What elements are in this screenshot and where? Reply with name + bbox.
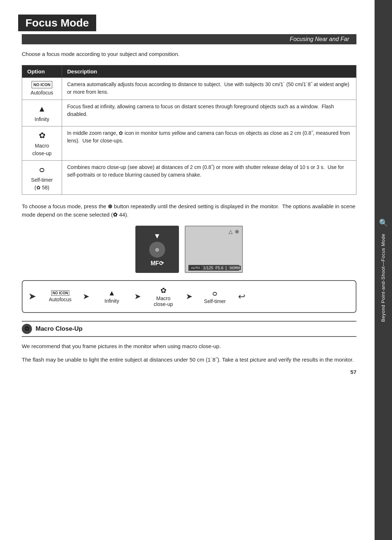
main-content: Focus Mode Focusing Near and Far Choose … [0,0,375,540]
page-title: Focus Mode [25,17,89,29]
camera-screen: △ ⊕ AUTO 1/125 F5.6 [ NORM 5] [185,226,243,273]
macro-text-1: We recommend that you frame pictures in … [22,342,356,350]
option-name-autofocus: Autofocus [27,89,57,97]
flow-loop-arrow: ↩ [238,291,245,302]
flow-item-selftimer-label: Self-timer [204,298,226,304]
flower-icon: ✿ [27,129,57,141]
flow-flower-icon: ✿ [160,286,167,295]
intro-text: Choose a focus mode according to your su… [22,50,356,59]
screen-spacer [188,234,239,265]
flow-item-autofocus-label: Autofocus [49,297,72,302]
macro-section-icon: ✿ [22,324,32,334]
description-cell-selftimer: Combines macro close-up (see above) at d… [62,161,356,195]
number-indicator: 5] [243,266,246,270]
flow-start-arrow: ➤ [28,291,36,302]
description-cell-infinity: Focus fixed at infinity, allowing camera… [62,100,356,126]
option-cell-infinity: ▲ Infinity [22,100,62,126]
table-header-description: Description [62,65,356,77]
mf-label: MF⟳ [151,260,164,267]
flow-diagram: ➤ NO ICON Autofocus ➤ ▲ Infinity ➤ ✿ Mac… [22,280,356,313]
table-header-option: Option [22,65,62,77]
diagram-section: ▼ ⊛ MF⟳ △ ⊕ AUTO 1/125 F5 [22,226,356,273]
macro-close-up-header: ✿ Macro Close-Up [22,321,356,337]
flow-item-macro-label: Macroclose-up [154,295,173,307]
flow-no-icon-label: NO ICON [51,290,70,296]
shutter-value: 1/125 [203,266,213,270]
table-row: ᴑ Self-timer(✿ 58) Combines macro close-… [22,161,356,195]
flow-item-infinity-label: Infinity [105,298,119,304]
macro-text-2: The flash may be unable to light the ent… [22,355,356,364]
title-bar: Focus Mode [18,15,96,31]
screen-triangle-icon: △ [229,229,233,234]
option-name-selftimer: Self-timer(✿ 58) [27,176,57,192]
table-row: ✿ Macroclose-up In middle zoom range, ✿ … [22,126,356,161]
selftimer-icon: ᴑ [27,164,57,176]
option-name-infinity: Infinity [27,116,57,123]
flow-item-selftimer: ᴑ Self-timer [193,289,237,304]
right-sidebar-tab: 🔍 Beyond Point-and-Shoot—Focus Mode [375,0,392,540]
right-tab-search-icon: 🔍 [379,218,388,227]
page-container: Focus Mode Focusing Near and Far Choose … [0,0,392,540]
flow-arrow-3: ➤ [186,292,192,301]
table-row: ▲ Infinity Focus fixed at infinity, allo… [22,100,356,126]
bracket-indicator: [ [225,266,226,270]
camera-diagram: ▼ ⊛ MF⟳ △ ⊕ AUTO 1/125 F5 [135,226,243,273]
screen-top-icons: △ ⊕ [188,229,239,234]
option-cell-autofocus: NO ICON Autofocus [22,77,62,100]
mountain-icon: ▲ [27,103,57,115]
screen-bottom-bar: AUTO 1/125 F5.6 [ NORM 5] [188,265,239,271]
macro-section-title: Macro Close-Up [36,325,82,333]
no-icon-label: NO ICON [32,81,52,89]
right-tab-text: Beyond Point-and-Shoot—Focus Mode [380,234,387,322]
flow-selftimer-icon: ᴑ [212,289,217,298]
macro-flower-icon: ✿ [24,325,29,333]
subtitle-bar: Focusing Near and Far [22,34,356,44]
focus-table: Option Description NO ICON Autofocus Cam… [22,65,356,195]
flow-arrow-1: ➤ [83,292,89,301]
camera-back-panel: ▼ ⊛ MF⟳ [135,226,179,273]
body-text-1: To choose a focus mode, press the ⊛ butt… [22,202,356,219]
option-cell-macro: ✿ Macroclose-up [22,126,62,161]
auto-badge: AUTO [190,266,201,270]
subtitle-text: Focusing Near and Far [290,36,349,42]
option-name-macro: Macroclose-up [27,142,57,157]
flow-item-autofocus: NO ICON Autofocus [38,290,82,302]
norm-badge: NORM [229,266,241,270]
flow-item-macro: ✿ Macroclose-up [142,286,185,307]
table-row: NO ICON Autofocus Camera automatically a… [22,77,356,100]
screen-circle-icon: ⊕ [235,229,239,234]
mode-button-symbol: ⊛ [155,247,159,253]
flow-arrow-2: ➤ [134,292,141,301]
option-cell-selftimer: ᴑ Self-timer(✿ 58) [22,161,62,195]
description-cell-autofocus: Camera automatically adjusts focus accor… [62,77,356,100]
description-cell-macro: In middle zoom range, ✿ icon in monitor … [62,126,356,161]
arrow-indicator: ▼ [154,232,161,240]
flow-item-infinity: ▲ Infinity [90,289,134,304]
aperture-value: F5.6 [215,266,223,270]
mode-button-icon: ⊛ [149,242,165,258]
page-number: 57 [22,369,356,375]
flow-mountain-icon: ▲ [108,289,115,297]
